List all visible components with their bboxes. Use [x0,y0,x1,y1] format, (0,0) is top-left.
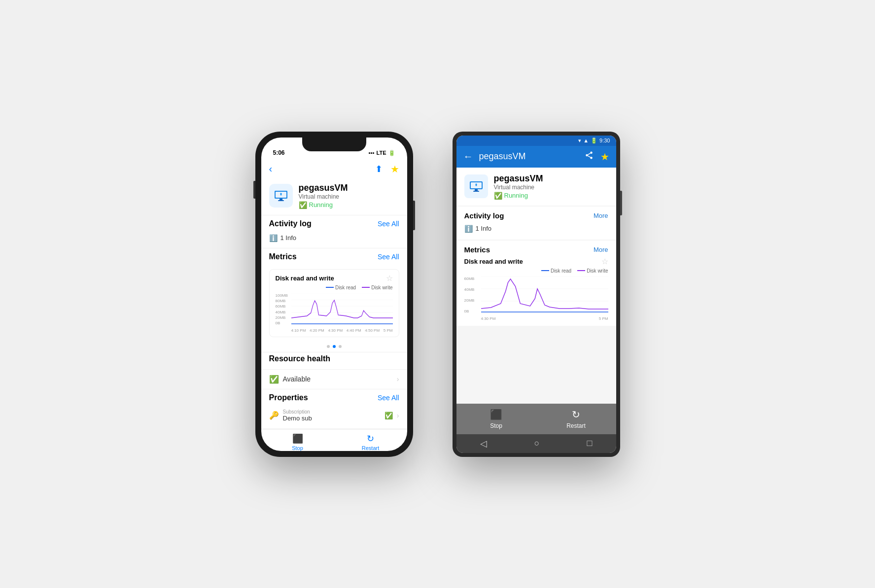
svg-point-13 [586,154,588,157]
ios-back-button[interactable]: ‹ [269,163,273,174]
android-home-nav-icon[interactable]: ○ [534,438,540,449]
android-power-btn [620,191,622,215]
svg-rect-19 [475,189,478,191]
ios-restart-label: Restart [362,445,379,451]
ios-subscription-value: Demo sub [283,415,381,422]
android-device: ▾ ▲ 🔋 9:30 ← pegasusVM ★ [453,132,620,457]
android-wifi-icon: ▾ [578,138,581,144]
ios-device-name: pegasusVM [299,183,399,193]
ios-lte: LTE [377,150,386,156]
android-legend-read: Disk read [541,268,571,274]
android-status-text: Running [504,192,528,199]
ios-nav-bar: ‹ ⬆ ★ [261,159,407,179]
android-device-icon [464,174,488,198]
android-metrics-more[interactable]: More [594,246,608,253]
ios-metrics-section: Metrics See All [261,248,407,269]
ios-carousel-dots [261,341,407,352]
android-legend-purple-line [577,270,585,271]
ios-chart-header: Disk read and write ☆ [276,274,393,283]
ios-properties-see-all[interactable]: See All [378,394,399,402]
ios-share-button[interactable]: ⬆ [375,164,383,174]
android-metrics-header: Metrics More [464,245,608,254]
ios-status-right: ▪▪▪ LTE 🔋 [369,150,395,156]
ios-stop-label: Stop [292,445,303,451]
ios-favorite-button[interactable]: ★ [390,163,399,175]
android-restart-button[interactable]: ↻ Restart [536,404,616,434]
ios-legend-purple-line [362,287,370,288]
svg-point-12 [590,152,593,154]
android-chart-svg [481,277,608,314]
android-activity-info-row: ℹ️ 1 Info [464,223,608,235]
android-back-button[interactable]: ← [463,151,473,162]
ios-activity-log-title: Activity log [269,219,312,228]
android-stop-button[interactable]: ⬛ Stop [456,404,536,434]
ios-status-text: Running [309,201,333,208]
android-device-card: pegasusVM Virtual machine ✅ Running [456,168,616,206]
android-chart-title: Disk read and write [464,258,523,265]
ios-resource-health-title: Resource health [269,354,330,363]
iphone-device: 5:06 ▪▪▪ LTE 🔋 ‹ ⬆ ★ [255,132,413,457]
android-restart-icon: ↻ [572,409,580,420]
ios-legend-blue-line [326,287,334,288]
android-spacer [456,327,616,404]
ios-subscription-label: Subscription [283,409,381,415]
android-chart-star-icon[interactable]: ☆ [601,257,608,266]
ios-signal: ▪▪▪ [369,150,375,156]
ios-resource-row[interactable]: ✅ Available › [261,369,407,389]
ios-dot-3[interactable] [339,345,342,348]
android-recent-nav-icon[interactable]: □ [587,438,593,449]
android-restart-label: Restart [566,422,586,429]
android-device-status: ✅ Running [494,192,608,200]
ios-subscription-key-icon: 🔑 [269,411,279,420]
ios-resource-left: ✅ Available [269,375,311,384]
android-back-nav-icon[interactable]: ◁ [480,438,487,449]
android-activity-log-more[interactable]: More [594,212,608,219]
svg-line-16 [588,153,590,155]
ios-subscription-check-icon: ✅ [385,412,393,419]
android-nav-bar: ◁ ○ □ [456,434,616,453]
android-legend-blue-line [541,270,549,271]
ios-info-count: 1 Info [280,234,297,242]
iphone-screen: 5:06 ▪▪▪ LTE 🔋 ‹ ⬆ ★ [261,138,407,451]
ios-stop-tab[interactable]: ⬛ Stop [261,433,334,451]
ios-activity-log-see-all[interactable]: See All [378,220,399,228]
ios-chart-container: Disk read and write ☆ Disk read Disk wri… [269,269,399,337]
ios-properties-section: Properties See All 🔑 Subscription Demo s… [261,389,407,429]
android-legend-write-label: Disk write [587,268,608,274]
android-content: pegasusVM Virtual machine ✅ Running Acti… [456,168,616,404]
ios-resource-check-icon: ✅ [269,375,279,384]
svg-point-14 [590,157,593,159]
ios-activity-log-section: Activity log See All ℹ️ 1 Info [261,215,407,248]
ios-chart-svg [291,293,393,326]
android-device-info: pegasusVM Virtual machine ✅ Running [494,173,608,200]
ios-chart-star-icon[interactable]: ☆ [386,274,393,283]
android-toolbar-icons: ★ [585,151,609,163]
android-metrics-title: Metrics [464,245,490,254]
android-chart-header: Disk read and write ☆ [464,257,608,266]
android-device-name: pegasusVM [494,173,608,184]
svg-rect-4 [278,200,284,201]
ios-device-status: ✅ Running [299,201,399,209]
ios-dot-2[interactable] [333,345,336,348]
ios-device-header: pegasusVM Virtual machine ✅ Running [261,179,407,215]
ios-battery-icon: 🔋 [388,150,395,156]
ios-restart-tab[interactable]: ↻ Restart [334,433,407,451]
ios-device-icon [269,184,293,208]
ios-dot-1[interactable] [327,345,330,348]
android-chart-area: 60MB40MB20MB0B [464,277,608,321]
android-favorite-button[interactable]: ★ [600,151,609,163]
ios-subscription-chevron-icon: › [397,412,399,419]
ios-property-row: 🔑 Subscription Demo sub ✅ › [269,406,399,425]
ios-chart-x-labels: 4:10 PM4:20 PM4:30 PM4:40 PM4:50 PM5 PM [291,328,393,333]
ios-legend-read: Disk read [326,285,356,290]
android-stop-icon: ⬛ [490,409,502,420]
ios-time: 5:06 [273,149,285,156]
svg-line-15 [588,156,590,157]
android-share-button[interactable] [585,151,594,162]
android-device-type: Virtual machine [494,184,608,191]
ios-metrics-see-all[interactable]: See All [378,253,399,261]
ios-subscription-info: Subscription Demo sub [283,409,381,422]
android-toolbar: ← pegasusVM ★ [456,146,616,168]
scene: 5:06 ▪▪▪ LTE 🔋 ‹ ⬆ ★ [255,132,620,457]
android-signal-icon: ▲ [583,138,589,143]
